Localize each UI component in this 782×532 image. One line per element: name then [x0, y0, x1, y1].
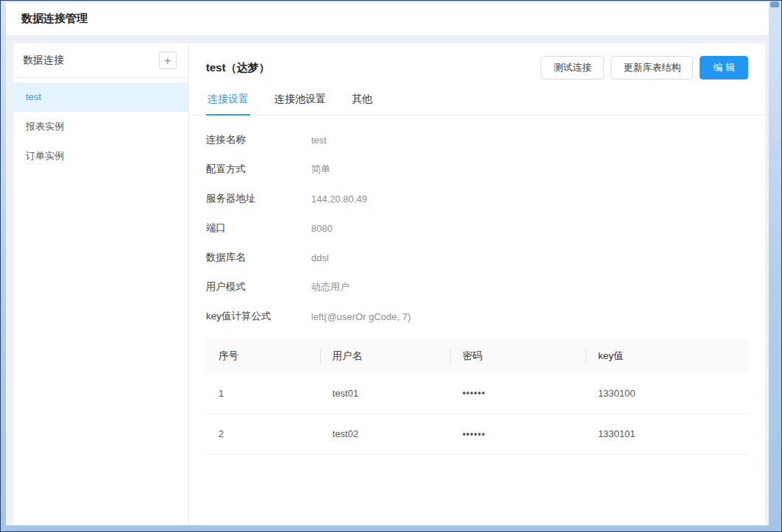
window-frame: 数据连接管理 数据连接 + test 报表实例 订单实例 test（达梦）	[0, 0, 782, 532]
field-value: left(@userOr gCode, 7)	[311, 311, 410, 322]
field-key-formula: key值计算公式 left(@userOr gCode, 7)	[206, 302, 748, 331]
sidebar-item-test[interactable]: test	[13, 82, 188, 112]
field-label: 端口	[206, 221, 311, 235]
table-header-row: 序号 用户名 密码 key值	[206, 338, 748, 373]
field-port: 端口 8080	[206, 213, 748, 243]
field-database-name: 数据库名 ddsl	[206, 243, 748, 272]
page-header: 数据连接管理	[6, 2, 769, 36]
field-config-mode: 配置方式 简单	[206, 155, 748, 184]
connection-title: test（达梦）	[206, 61, 270, 75]
tab-other[interactable]: 其他	[350, 86, 374, 115]
cell-index: 2	[206, 414, 320, 454]
column-header-username: 用户名	[320, 338, 450, 373]
table-row: 2 test02 •••••• 1330101	[206, 414, 748, 454]
field-value: test	[311, 135, 327, 146]
sidebar-header: 数据连接 +	[13, 43, 188, 78]
action-buttons: 测试连接 更新库表结构 编 辑	[541, 56, 748, 79]
scrollbar-thumb[interactable]	[770, 1, 779, 7]
user-table: 序号 用户名 密码 key值 1 test01 •••••• 1330100	[206, 338, 748, 455]
field-value: 动态用户	[311, 280, 349, 294]
column-header-key: key值	[586, 338, 748, 373]
column-header-password: 密码	[450, 338, 586, 373]
field-value: 144.20.80.49	[311, 194, 367, 205]
cell-key: 1330101	[586, 414, 748, 454]
field-label: 连接名称	[206, 133, 311, 146]
sidebar-item-order-instance[interactable]: 订单实例	[13, 141, 188, 171]
connection-form: 连接名称 test 配置方式 简单 服务器地址 144.20.80.49 端口 …	[189, 116, 765, 331]
sidebar-item-report-instance[interactable]: 报表实例	[13, 112, 188, 141]
field-label: key值计算公式	[206, 310, 311, 323]
body: 数据连接 + test 报表实例 订单实例 test（达梦） 测试连接 更新库表…	[6, 43, 769, 525]
field-user-mode: 用户模式 动态用户	[206, 272, 748, 302]
field-label: 配置方式	[206, 163, 311, 176]
tab-pool-settings[interactable]: 连接池设置	[273, 86, 327, 115]
cell-password: ••••••	[450, 373, 586, 414]
add-connection-button[interactable]: +	[159, 52, 177, 69]
sidebar: 数据连接 + test 报表实例 订单实例	[13, 43, 189, 525]
page-title: 数据连接管理	[21, 12, 88, 26]
field-label: 数据库名	[206, 251, 311, 264]
field-value: ddsl	[311, 252, 329, 263]
field-value: 8080	[311, 223, 333, 234]
field-value: 简单	[311, 163, 330, 176]
field-server-address: 服务器地址 144.20.80.49	[206, 184, 748, 213]
sidebar-title: 数据连接	[23, 54, 64, 67]
cell-username: test01	[320, 373, 450, 414]
main-panel: test（达梦） 测试连接 更新库表结构 编 辑 连接设置 连接池设置 其他 连…	[189, 43, 765, 525]
tab-connection-settings[interactable]: 连接设置	[206, 86, 250, 116]
field-label: 用户模式	[206, 280, 311, 294]
update-schema-button[interactable]: 更新库表结构	[611, 56, 693, 79]
cell-key: 1330100	[586, 373, 748, 414]
window-content: 数据连接管理 数据连接 + test 报表实例 订单实例 test（达梦）	[6, 2, 769, 525]
cell-index: 1	[206, 373, 320, 414]
edit-button[interactable]: 编 辑	[700, 56, 748, 79]
tab-bar: 连接设置 连接池设置 其他	[189, 86, 765, 116]
test-connection-button[interactable]: 测试连接	[541, 56, 604, 79]
table-row: 1 test01 •••••• 1330100	[206, 373, 748, 414]
sidebar-items: test 报表实例 订单实例	[13, 78, 188, 171]
column-header-index: 序号	[206, 338, 320, 373]
cell-username: test02	[320, 414, 450, 454]
field-connection-name: 连接名称 test	[206, 125, 748, 155]
field-label: 服务器地址	[206, 192, 311, 205]
main-header: test（达梦） 测试连接 更新库表结构 编 辑	[189, 43, 765, 80]
cell-password: ••••••	[450, 414, 586, 454]
